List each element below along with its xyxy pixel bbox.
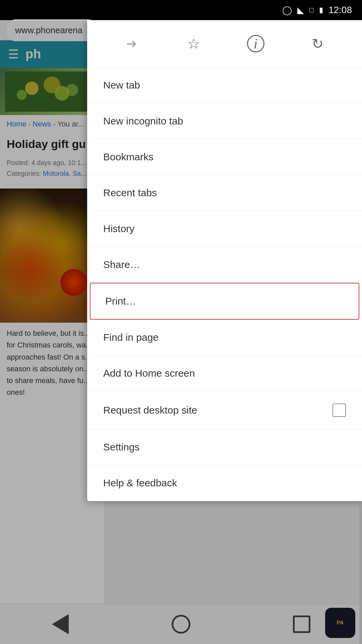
wifi-icon: ◣ (297, 5, 304, 15)
forward-icon: ➔ (126, 36, 137, 51)
menu-item-print-label: Print… (105, 296, 136, 307)
menu-item-history[interactable]: History (87, 211, 362, 247)
menu-item-find-in-page-label: Find in page (103, 332, 159, 343)
menu-item-recent-tabs-label: Recent tabs (103, 187, 157, 199)
info-button[interactable]: i (242, 30, 269, 57)
status-time: 12:08 (328, 5, 352, 15)
menu-item-request-desktop[interactable]: Request desktop site (87, 391, 362, 429)
menu-item-history-label: History (103, 223, 134, 234)
battery-icon: ▮ (319, 6, 323, 14)
menu-item-new-incognito-label: New incognito tab (103, 115, 183, 127)
star-icon: ☆ (187, 36, 200, 52)
clock-icon: ◯ (282, 5, 292, 15)
menu-item-share-label: Share… (103, 259, 140, 270)
menu-item-share[interactable]: Share… (87, 247, 362, 283)
menu-item-recent-tabs[interactable]: Recent tabs (87, 175, 362, 211)
menu-item-help-feedback-label: Help & feedback (103, 477, 177, 489)
menu-item-new-tab-label: New tab (103, 79, 140, 91)
menu-item-print[interactable]: Print… (90, 283, 359, 320)
info-icon: i (247, 35, 264, 52)
menu-item-add-home-screen-label: Add to Home screen (103, 368, 195, 379)
dropdown-toolbar: ➔ ☆ i ↻ (87, 20, 362, 67)
menu-item-bookmarks-label: Bookmarks (103, 151, 154, 163)
request-desktop-checkbox[interactable] (333, 404, 346, 417)
bookmark-button[interactable]: ☆ (180, 30, 207, 57)
menu-item-new-tab[interactable]: New tab (87, 67, 362, 103)
menu-item-bookmarks[interactable]: Bookmarks (87, 139, 362, 175)
status-icons: ◯ ◣ □ ▮ 12:08 (282, 5, 352, 15)
menu-item-settings[interactable]: Settings (87, 429, 362, 465)
status-bar: ◯ ◣ □ ▮ 12:08 (0, 0, 362, 20)
dropdown-menu: ➔ ☆ i ↻ New tab New incognito tab Bookma… (87, 20, 362, 501)
reload-button[interactable]: ↻ (304, 30, 331, 57)
menu-item-settings-label: Settings (103, 441, 139, 453)
forward-button[interactable]: ➔ (118, 30, 145, 57)
reload-icon: ↻ (312, 36, 323, 52)
sim-icon: □ (309, 6, 314, 14)
menu-item-request-desktop-label: Request desktop site (103, 405, 197, 416)
menu-item-new-incognito[interactable]: New incognito tab (87, 103, 362, 139)
menu-item-help-feedback[interactable]: Help & feedback (87, 465, 362, 501)
menu-item-find-in-page[interactable]: Find in page (87, 320, 362, 356)
menu-item-add-home-screen[interactable]: Add to Home screen (87, 356, 362, 391)
